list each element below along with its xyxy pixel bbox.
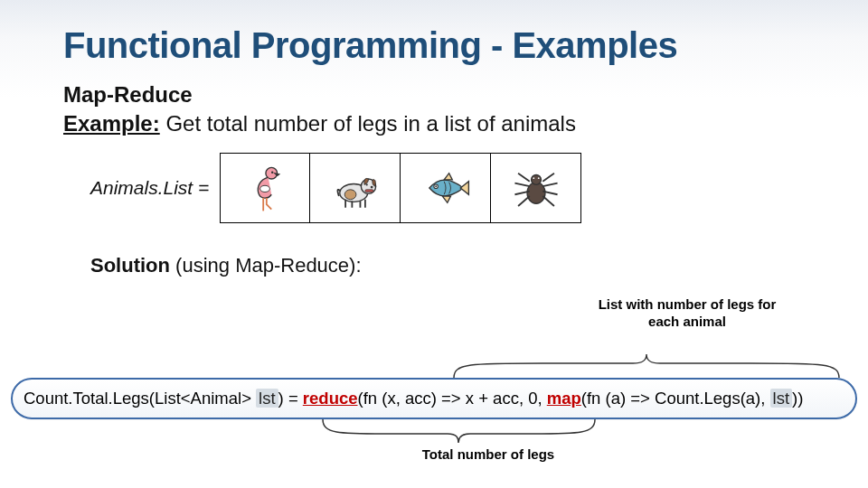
svg-point-8 bbox=[344, 190, 356, 200]
annotation-bottom: Total number of legs bbox=[422, 446, 554, 462]
svg-point-18 bbox=[533, 177, 534, 179]
slide-title: Functional Programming - Examples bbox=[63, 25, 805, 66]
solution-suffix: (using Map-Reduce): bbox=[170, 254, 362, 277]
spider-icon bbox=[510, 162, 562, 214]
svg-point-3 bbox=[271, 172, 273, 174]
animals-label: Animals.List = bbox=[90, 177, 209, 199]
animals-grid bbox=[220, 153, 581, 223]
code-expression: Count.Total.Legs(List<Animal> lst) = red… bbox=[11, 378, 857, 419]
param-lst-1: lst bbox=[256, 389, 278, 408]
animal-cell-spider bbox=[491, 153, 581, 223]
brace-top bbox=[452, 352, 841, 380]
animal-cell-dog bbox=[310, 153, 401, 223]
svg-point-17 bbox=[531, 175, 541, 185]
annotation-right: List with number of legs foreach animal bbox=[588, 296, 787, 331]
brace-bottom bbox=[321, 418, 597, 445]
example-text: Get total number of legs in a list of an… bbox=[160, 111, 576, 136]
fish-icon bbox=[420, 162, 472, 214]
animal-cell-fish bbox=[401, 153, 491, 223]
slide-subtitle: Map-Reduce bbox=[63, 82, 805, 108]
animals-row: Animals.List = bbox=[90, 153, 805, 223]
dog-icon bbox=[329, 162, 382, 214]
svg-point-1 bbox=[260, 185, 270, 192]
example-label: Example: bbox=[63, 111, 160, 136]
solution-line: Solution (using Map-Reduce): bbox=[90, 254, 805, 277]
svg-point-6 bbox=[370, 186, 373, 189]
keyword-reduce: reduce bbox=[303, 389, 358, 408]
svg-point-7 bbox=[365, 183, 367, 185]
svg-point-15 bbox=[435, 185, 437, 187]
animal-cell-flamingo bbox=[220, 153, 310, 223]
solution-label: Solution bbox=[90, 254, 170, 277]
keyword-map: map bbox=[547, 389, 581, 408]
svg-rect-13 bbox=[365, 190, 373, 192]
flamingo-icon bbox=[239, 162, 291, 214]
svg-point-16 bbox=[527, 183, 545, 204]
example-line: Example: Get total number of legs in a l… bbox=[63, 111, 805, 136]
svg-point-19 bbox=[538, 177, 540, 179]
param-lst-2: lst bbox=[770, 389, 793, 408]
